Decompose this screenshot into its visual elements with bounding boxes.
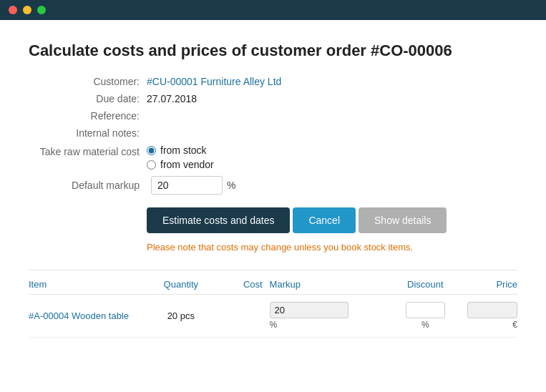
row-markup-input[interactable] [270, 302, 348, 318]
table-row: #A-00004 Wooden table 20 pcs % % € [29, 295, 517, 338]
from-vendor-radio[interactable] [147, 160, 156, 170]
markup-unit: % [227, 180, 235, 191]
page-title: Calculate costs and prices of customer o… [29, 41, 517, 60]
from-stock-option[interactable]: from stock [147, 144, 214, 156]
close-button[interactable] [9, 6, 17, 14]
header-cost: Cost [213, 279, 262, 290]
title-bar [0, 0, 546, 20]
customer-row: Customer: #CU-00001 Furniture Alley Ltd [29, 76, 517, 87]
default-markup-input[interactable] [151, 176, 223, 195]
reference-label: Reference: [29, 110, 140, 122]
notice-text: Please note that costs may change unless… [147, 242, 517, 253]
raw-material-label: Take raw material cost [29, 146, 140, 157]
internal-notes-label: Internal notes: [29, 127, 140, 139]
internal-notes-row: Internal notes: [29, 127, 517, 139]
main-window: Calculate costs and prices of customer o… [0, 20, 546, 392]
from-vendor-option[interactable]: from vendor [147, 159, 214, 170]
row-discount-cell: % [390, 302, 461, 330]
header-quantity: Quantity [149, 279, 213, 290]
minimize-button[interactable] [23, 6, 31, 14]
markup-input-group: % [270, 302, 390, 330]
customer-label: Customer: [29, 76, 140, 87]
header-markup: Markup [263, 279, 390, 290]
row-item-name: #A-00004 Wooden table [29, 310, 149, 321]
row-markup-cell: % [263, 302, 390, 330]
price-unit-label: € [512, 320, 517, 330]
estimate-button[interactable]: Estimate costs and dates [147, 207, 290, 233]
row-price-cell: € [461, 302, 517, 330]
action-buttons: Estimate costs and dates Cancel Show det… [147, 207, 517, 233]
markup-unit-label: % [270, 320, 390, 330]
raw-material-row: Take raw material cost from stock from v… [29, 144, 517, 170]
due-date-label: Due date: [29, 93, 140, 104]
header-item: Item [29, 279, 149, 290]
header-price: Price [461, 279, 517, 290]
reference-row: Reference: [29, 110, 517, 122]
customer-value: #CU-00001 Furniture Alley Ltd [147, 76, 281, 87]
table-header: Item Quantity Cost Markup Discount Price [29, 279, 517, 295]
from-stock-label: from stock [160, 144, 207, 156]
default-markup-row: Default markup % [29, 176, 517, 195]
default-markup-label: Default markup [29, 180, 140, 191]
maximize-button[interactable] [37, 6, 46, 14]
from-vendor-label: from vendor [160, 159, 214, 170]
header-discount: Discount [390, 279, 461, 290]
form-section: Customer: #CU-00001 Furniture Alley Ltd … [29, 76, 517, 195]
from-stock-radio[interactable] [147, 146, 156, 155]
due-date-value: 27.07.2018 [147, 93, 197, 104]
show-details-button[interactable]: Show details [359, 207, 447, 233]
discount-unit-label: % [421, 320, 429, 330]
row-quantity: 20 pcs [149, 310, 213, 321]
due-date-row: Due date: 27.07.2018 [29, 93, 517, 104]
table-section: Item Quantity Cost Markup Discount Price… [29, 270, 517, 338]
raw-material-options: from stock from vendor [147, 144, 214, 170]
row-price-input[interactable] [467, 302, 517, 318]
row-discount-input[interactable] [406, 302, 445, 318]
cancel-button[interactable]: Cancel [293, 207, 356, 233]
